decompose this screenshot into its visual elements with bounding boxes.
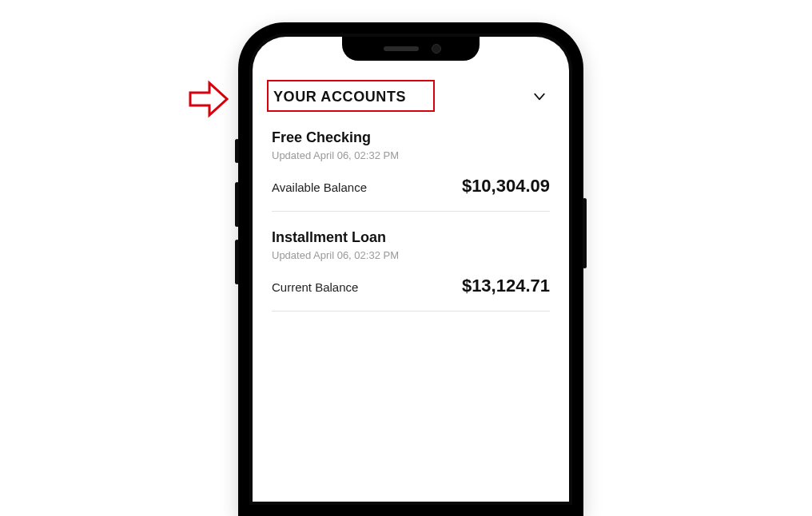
section-title: YOUR ACCOUNTS	[273, 89, 406, 105]
accounts-screen: YOUR ACCOUNTS Free Checking Updated Apri…	[253, 37, 569, 312]
annotation-arrow	[189, 80, 229, 118]
balance-label: Available Balance	[272, 181, 367, 194]
phone-power-button	[583, 198, 587, 268]
phone-volume-up	[235, 182, 239, 227]
account-row[interactable]: Free Checking Updated April 06, 02:32 PM…	[272, 112, 550, 212]
account-name: Free Checking	[272, 129, 550, 146]
balance-label: Current Balance	[272, 280, 358, 294]
phone-bezel: YOUR ACCOUNTS Free Checking Updated Apri…	[249, 34, 572, 505]
phone-notch	[342, 37, 480, 61]
chevron-down-icon	[531, 88, 548, 105]
phone-screen: YOUR ACCOUNTS Free Checking Updated Apri…	[253, 37, 569, 502]
phone-frame: YOUR ACCOUNTS Free Checking Updated Apri…	[238, 22, 583, 516]
account-row[interactable]: Installment Loan Updated April 06, 02:32…	[272, 212, 550, 312]
phone-mute-switch	[235, 139, 239, 163]
account-updated-timestamp: Updated April 06, 02:32 PM	[272, 249, 550, 261]
balance-row: Current Balance $13,124.71	[272, 276, 550, 296]
account-name: Installment Loan	[272, 229, 550, 246]
phone-volume-down	[235, 240, 239, 284]
account-updated-timestamp: Updated April 06, 02:32 PM	[272, 149, 550, 161]
your-accounts-header[interactable]: YOUR ACCOUNTS	[272, 83, 550, 112]
balance-value: $10,304.09	[462, 176, 550, 196]
balance-value: $13,124.71	[462, 276, 550, 296]
balance-row: Available Balance $10,304.09	[272, 176, 550, 196]
